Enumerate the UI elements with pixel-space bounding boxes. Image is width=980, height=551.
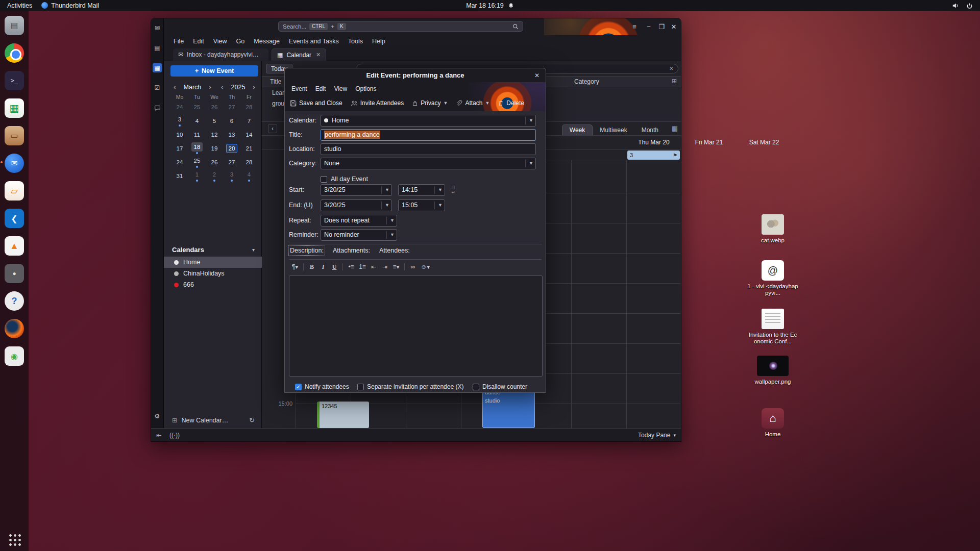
minical-day[interactable]: 4 [240, 169, 258, 183]
dock-impress-icon[interactable] [4, 181, 24, 201]
addressbook-space-icon[interactable]: ▤ [153, 43, 162, 53]
dock-vscode-icon[interactable] [4, 208, 24, 229]
checkbox[interactable] [473, 384, 479, 390]
desktop-icon-image[interactable]: cat.webp [746, 214, 799, 244]
dialog-menu-view[interactable]: View [330, 84, 351, 93]
menu-help[interactable]: Help [369, 37, 389, 46]
minical-day[interactable]: 21 [240, 141, 258, 155]
today-pane-toggle[interactable]: Today Pane ▾ [638, 432, 676, 439]
global-search-input[interactable]: Search... CTRL + K [278, 21, 523, 32]
dock-calc-icon[interactable] [4, 98, 24, 118]
menu-message[interactable]: Message [250, 37, 283, 46]
menu-tools[interactable]: Tools [345, 37, 366, 46]
end-time-select[interactable]: 15:05▼ [398, 199, 445, 211]
minical-day[interactable]: 28 [240, 100, 258, 114]
previous-week-icon[interactable]: ‹ [268, 124, 277, 133]
minical-day[interactable]: 27 [223, 100, 240, 114]
description-textarea[interactable] [289, 276, 543, 377]
calendar-grid-icon[interactable]: ▦ [672, 124, 678, 132]
checkbox[interactable] [357, 384, 364, 390]
desktop-icon-mail[interactable]: @1 - vivi <daydayhappyvi... [746, 260, 799, 296]
minical-day[interactable]: 26 [206, 100, 223, 114]
new-event-button[interactable]: +New Event [170, 65, 258, 77]
minical-day[interactable]: 26 [206, 155, 223, 169]
dialog-menu-event[interactable]: Event [288, 84, 311, 93]
dialog-menu-edit[interactable]: Edit [312, 84, 330, 93]
minical-day[interactable]: 25 [188, 100, 206, 114]
allday-checkbox[interactable] [321, 176, 327, 183]
align-select[interactable]: ≡▾ [391, 262, 401, 272]
start-date-select[interactable]: 3/20/25▼ [321, 184, 392, 196]
minical-day[interactable]: 5 [206, 114, 223, 128]
minical-day[interactable]: 19 [206, 141, 223, 155]
dialog-tab-description[interactable]: Description: [290, 247, 324, 254]
app-menu-icon[interactable]: ≡ [629, 21, 640, 32]
close-window-button[interactable]: ✕ [668, 21, 679, 32]
italic-icon[interactable]: I [318, 262, 328, 272]
dock-terminal-icon[interactable] [4, 70, 24, 91]
desktop-icon-home[interactable]: ⌂Home [746, 408, 799, 438]
minical-day[interactable]: 28 [240, 155, 258, 169]
menu-edit[interactable]: Edit [189, 37, 208, 46]
focused-app-name[interactable]: Thunderbird Mail [41, 2, 99, 9]
numbered-list-icon[interactable]: 1≡ [357, 262, 368, 272]
footer-check-notify[interactable]: ✓Notify attendees [295, 383, 349, 390]
activities-button[interactable]: Activities [7, 2, 32, 9]
find-column-category[interactable]: Category [574, 78, 599, 85]
dialog-tab-attendees[interactable]: Attendees: [379, 247, 410, 254]
dialog-close-icon[interactable]: ✕ [532, 71, 542, 80]
footer-check-disallow[interactable]: Disallow counter [473, 383, 527, 390]
clear-filter-icon[interactable]: ✕ [669, 65, 674, 72]
toolbar-delete-button[interactable]: Delete [495, 97, 527, 109]
dock-software-icon[interactable] [4, 346, 24, 366]
start-time-select[interactable]: 14:15▼ [398, 184, 445, 196]
volume-icon[interactable] [952, 2, 959, 9]
app-grid-icon[interactable] [8, 533, 21, 546]
end-date-select[interactable]: 3/20/25▼ [321, 199, 392, 211]
minical-day[interactable]: 31 [171, 169, 188, 183]
toolbar-privacy-button[interactable]: Privacy▼ [409, 97, 451, 109]
minical-day[interactable]: 10 [171, 128, 188, 141]
network-status-icon[interactable]: ((·)) [169, 432, 180, 439]
minical-day[interactable]: 3 [171, 114, 188, 128]
collapse-sidebar-icon[interactable]: ⇤ [156, 432, 161, 439]
settings-gear-icon[interactable]: ⚙ [153, 412, 162, 421]
dock-firefox-icon[interactable] [4, 318, 24, 339]
minical-day[interactable]: 13 [223, 128, 240, 141]
minical-day[interactable]: 17 [171, 141, 188, 155]
desktop-icon-dark[interactable]: wallpaper.png [746, 356, 799, 385]
clock-button[interactable]: Mar 18 16:19 [466, 2, 514, 9]
paragraph-style-select[interactable]: ¶▾ [290, 262, 300, 272]
prev-year-icon[interactable]: ‹ [219, 83, 225, 91]
minical-day[interactable]: 6 [223, 114, 240, 128]
dock-gimp-icon[interactable] [4, 263, 24, 284]
minical-day[interactable]: 18 [188, 141, 206, 155]
desktop-icon-doc[interactable]: Invitation to the Economic Conf... [746, 309, 799, 345]
dock-vlc-icon[interactable] [4, 236, 24, 256]
view-tab-week[interactable]: Week [562, 124, 593, 135]
view-tab-month[interactable]: Month [634, 125, 666, 135]
toolbar-save-and-close-button[interactable]: Save and Close [287, 97, 346, 109]
calendar-list-item-home[interactable]: Home [164, 257, 262, 268]
smiley-select[interactable]: ☺▾ [419, 262, 431, 272]
new-calendar-button[interactable]: New Calendar… [181, 417, 228, 424]
toolbar-attach-button[interactable]: Attach▼ [453, 97, 493, 109]
event-12345[interactable]: 12345 [317, 402, 369, 428]
minical-day[interactable]: 4 [188, 114, 206, 128]
minical-day[interactable]: 27 [223, 155, 240, 169]
calendar-list-item-666[interactable]: 666 [164, 279, 262, 290]
insert-link-icon[interactable]: ∞ [408, 262, 418, 272]
tab-calendar[interactable]: ▦Calendar✕ [272, 48, 326, 61]
chat-space-icon[interactable] [153, 103, 162, 112]
bold-icon[interactable]: B [307, 262, 317, 272]
checkbox[interactable]: ✓ [295, 384, 302, 390]
maximize-button[interactable]: ❐ [656, 21, 667, 32]
location-input[interactable]: studio [321, 143, 536, 155]
find-column-title[interactable]: Title [270, 78, 281, 85]
repeat-select[interactable]: Does not repeat▼ [321, 215, 397, 227]
minical-day[interactable]: 25 [188, 155, 206, 169]
view-tab-multiweek[interactable]: Multiweek [593, 125, 634, 135]
minical-day[interactable]: 7 [240, 114, 258, 128]
minical-day[interactable]: 12 [206, 128, 223, 141]
minical-day[interactable]: 2 [206, 169, 223, 183]
